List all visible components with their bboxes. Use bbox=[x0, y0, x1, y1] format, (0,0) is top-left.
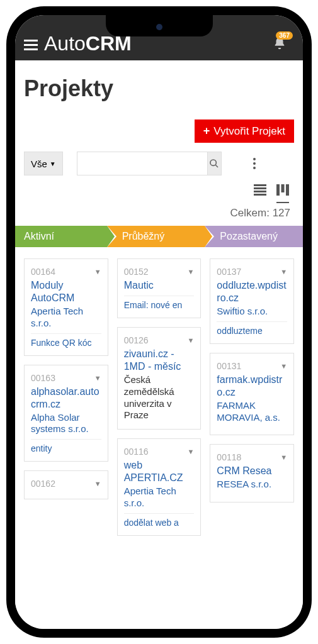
card-extra: dodělat web a bbox=[124, 518, 195, 528]
card-title: farmak.wpdistro.cz bbox=[217, 374, 287, 399]
card-title: CRM Resea bbox=[217, 465, 287, 477]
stage-active[interactable]: Aktivní bbox=[15, 226, 107, 247]
stage-ongoing[interactable]: Průběžný bbox=[107, 226, 205, 247]
svg-rect-4 bbox=[254, 191, 266, 192]
plus-icon: + bbox=[203, 125, 210, 138]
filter-select[interactable]: Vše ▼ bbox=[24, 152, 63, 175]
search-input[interactable] bbox=[77, 152, 207, 175]
chevron-down-icon[interactable]: ▼ bbox=[280, 453, 287, 461]
card-number: 00116 bbox=[124, 447, 149, 457]
card-title: oddluzte.wpdistro.cz bbox=[217, 279, 287, 304]
card-title: alphasolar.autocrm.cz bbox=[31, 386, 101, 411]
card-subtitle: Alpha Solar systems s.r.o. bbox=[31, 412, 101, 436]
card-extra: entity bbox=[31, 443, 101, 453]
chevron-down-icon[interactable]: ▼ bbox=[187, 448, 194, 455]
kanban-view-button[interactable] bbox=[276, 183, 289, 203]
search-button[interactable] bbox=[207, 152, 222, 175]
chevron-down-icon[interactable]: ▼ bbox=[280, 362, 287, 370]
create-project-button[interactable]: + Vytvořit Projekt bbox=[195, 119, 294, 143]
chevron-down-icon[interactable]: ▼ bbox=[187, 336, 194, 344]
create-project-label: Vytvořit Projekt bbox=[213, 125, 285, 138]
card-subtitle: Česká zemědělská univerzita v Praze bbox=[124, 374, 195, 421]
card-subtitle: Apertia Tech s.r.o. bbox=[124, 486, 195, 509]
stage-tabs: Aktivní Průběžný Pozastavený bbox=[15, 226, 303, 247]
svg-rect-7 bbox=[281, 184, 285, 192]
svg-rect-8 bbox=[286, 184, 289, 196]
card-number: 00162 bbox=[31, 479, 55, 489]
chevron-down-icon[interactable]: ▼ bbox=[280, 268, 287, 275]
card-title: Mautic bbox=[124, 279, 195, 292]
kanban-column: 00152▼MauticEmail: nové en00126▼zivauni.… bbox=[117, 258, 202, 536]
chevron-down-icon[interactable]: ▼ bbox=[187, 268, 194, 275]
chevron-down-icon[interactable]: ▼ bbox=[94, 374, 101, 382]
total-count: Celkem: 127 bbox=[24, 207, 294, 219]
card-number: 00137 bbox=[217, 267, 241, 277]
project-card[interactable]: 00137▼oddluzte.wpdistro.czSwiftio s.r.o.… bbox=[210, 258, 294, 344]
card-subtitle: FARMAK MORAVIA, a.s. bbox=[217, 400, 287, 424]
list-view-button[interactable] bbox=[254, 183, 266, 203]
card-subtitle: RESEA s.r.o. bbox=[217, 479, 287, 491]
card-number: 00126 bbox=[124, 335, 149, 345]
list-icon bbox=[254, 184, 266, 196]
card-title: web APERTIA.CZ bbox=[124, 459, 195, 484]
card-subtitle: Swiftio s.r.o. bbox=[217, 306, 287, 318]
card-extra: Email: nové en bbox=[124, 300, 195, 310]
svg-rect-2 bbox=[254, 184, 266, 186]
card-title: zivauni.cz - 1MD - měsíc bbox=[124, 348, 195, 373]
more-options-button[interactable] bbox=[248, 152, 261, 175]
project-card[interactable]: 00163▼alphasolar.autocrm.czAlpha Solar s… bbox=[24, 365, 108, 462]
card-number: 00118 bbox=[217, 452, 241, 462]
card-number: 00152 bbox=[124, 267, 149, 277]
notification-count-badge: 367 bbox=[276, 31, 293, 40]
card-number: 00163 bbox=[31, 373, 55, 383]
kanban-column: 00164▼Moduly AutoCRMApertia Tech s.r.o.F… bbox=[24, 258, 108, 536]
project-card[interactable]: 00131▼farmak.wpdistro.czFARMAK MORAVIA, … bbox=[210, 353, 294, 436]
card-number: 00164 bbox=[31, 267, 55, 277]
stage-paused[interactable]: Pozastavený bbox=[205, 226, 303, 247]
card-extra: oddluzteme bbox=[217, 326, 287, 336]
filter-label: Vše bbox=[31, 158, 47, 169]
chevron-down-icon: ▼ bbox=[50, 160, 56, 167]
search-icon bbox=[209, 158, 219, 169]
kanban-column: 00137▼oddluzte.wpdistro.czSwiftio s.r.o.… bbox=[210, 258, 294, 536]
chevron-down-icon[interactable]: ▼ bbox=[94, 268, 101, 275]
project-card[interactable]: 00152▼MauticEmail: nové en bbox=[117, 258, 202, 318]
project-card[interactable]: 00126▼zivauni.cz - 1MD - měsícČeská země… bbox=[117, 327, 202, 430]
card-number: 00131 bbox=[217, 361, 241, 371]
notifications-button[interactable]: 367 bbox=[273, 36, 287, 53]
svg-rect-6 bbox=[276, 184, 280, 196]
chevron-down-icon[interactable]: ▼ bbox=[94, 480, 101, 487]
kanban-icon bbox=[276, 184, 289, 196]
svg-rect-5 bbox=[254, 194, 266, 196]
kanban-board: 00164▼Moduly AutoCRMApertia Tech s.r.o.F… bbox=[24, 258, 294, 536]
project-card[interactable]: 00116▼web APERTIA.CZApertia Tech s.r.o.d… bbox=[117, 438, 202, 536]
card-title: Moduly AutoCRM bbox=[31, 279, 101, 304]
card-subtitle: Apertia Tech s.r.o. bbox=[31, 306, 101, 330]
svg-line-1 bbox=[215, 165, 218, 167]
project-card[interactable]: 00164▼Moduly AutoCRMApertia Tech s.r.o.F… bbox=[24, 258, 108, 356]
card-extra: Funkce QR kóc bbox=[31, 338, 101, 348]
menu-icon[interactable] bbox=[24, 40, 38, 50]
svg-point-0 bbox=[210, 160, 216, 165]
page-title: Projekty bbox=[24, 75, 294, 102]
svg-rect-3 bbox=[254, 187, 266, 189]
project-card[interactable]: 00118▼CRM ReseaRESEA s.r.o. bbox=[210, 444, 294, 502]
project-card[interactable]: 00162▼ bbox=[24, 470, 108, 499]
